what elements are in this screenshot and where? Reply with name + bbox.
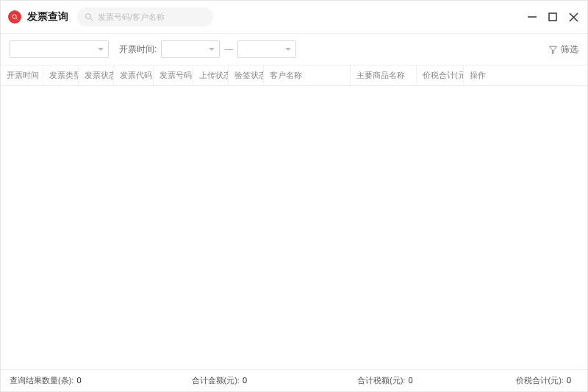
- date-separator: —: [224, 44, 233, 54]
- minimize-button[interactable]: [526, 10, 539, 24]
- col-verify-status: 验签状态: [229, 65, 264, 85]
- summary-total-value: 0: [567, 376, 571, 385]
- col-invoice-number: 发票号码: [154, 65, 193, 85]
- summary-amount: 合计金额(元): 0: [192, 375, 248, 386]
- summary-footer: 查询结果数量(条): 0 合计金额(元): 0 合计税额(元): 0 价税合计(…: [1, 369, 587, 391]
- col-invoice-code: 发票代码: [114, 65, 154, 85]
- filter-bar: 开票时间: — 筛选: [1, 33, 587, 65]
- summary-amount-label: 合计金额(元):: [192, 375, 240, 386]
- svg-point-0: [12, 14, 16, 18]
- minimize-icon: [527, 12, 537, 22]
- col-invoice-type: 发票类型: [43, 65, 79, 85]
- maximize-icon: [548, 13, 557, 21]
- summary-tax: 合计税额(元): 0: [357, 375, 413, 386]
- col-actions: 操作: [464, 65, 587, 85]
- col-upload-status: 上传状态: [193, 65, 229, 85]
- header-search[interactable]: [77, 7, 213, 26]
- svg-line-1: [15, 18, 18, 20]
- svg-marker-8: [550, 46, 557, 54]
- col-invoice-status: 发票状态: [79, 65, 114, 85]
- search-input[interactable]: [98, 13, 206, 21]
- chevron-down-icon: [209, 48, 215, 51]
- category-select[interactable]: [10, 40, 109, 58]
- col-total-amount: 价税合计(元): [417, 65, 464, 85]
- table-header: 开票时间 发票类型 发票状态 发票代码 发票号码 上传状态 验签状态 客户名称 …: [1, 65, 587, 86]
- app-logo: [8, 10, 21, 24]
- date-from-select[interactable]: [161, 40, 220, 58]
- chevron-down-icon: [98, 48, 104, 51]
- window-controls: [526, 10, 580, 24]
- date-to-select[interactable]: [237, 40, 296, 58]
- filter-button[interactable]: 筛选: [548, 43, 578, 56]
- filter-icon: [548, 45, 558, 54]
- col-invoice-time: 开票时间: [1, 65, 43, 85]
- summary-amount-value: 0: [243, 376, 247, 385]
- summary-total: 价税合计(元): 0: [516, 375, 572, 386]
- summary-total-label: 价税合计(元):: [516, 375, 564, 386]
- close-icon: [569, 13, 578, 22]
- time-range-label: 开票时间:: [119, 43, 157, 56]
- svg-rect-5: [549, 13, 556, 21]
- summary-count: 查询结果数量(条): 0: [10, 375, 82, 386]
- summary-count-label: 查询结果数量(条):: [10, 375, 74, 386]
- summary-tax-label: 合计税额(元):: [357, 375, 405, 386]
- search-icon: [11, 13, 19, 21]
- maximize-button[interactable]: [546, 10, 559, 24]
- app-window: 发票查询 开票时间: —: [0, 0, 588, 392]
- svg-line-3: [90, 18, 93, 21]
- close-button[interactable]: [567, 10, 580, 24]
- table-body: [1, 86, 587, 369]
- page-title: 发票查询: [27, 10, 68, 24]
- chevron-down-icon: [285, 48, 291, 51]
- summary-count-value: 0: [76, 376, 81, 385]
- col-main-goods: 主要商品名称: [351, 65, 417, 85]
- col-customer-name: 客户名称: [264, 65, 351, 85]
- summary-tax-value: 0: [408, 376, 412, 385]
- title-bar: 发票查询: [1, 1, 587, 33]
- search-icon: [85, 13, 93, 21]
- svg-point-2: [86, 14, 91, 19]
- filter-button-label: 筛选: [561, 43, 578, 56]
